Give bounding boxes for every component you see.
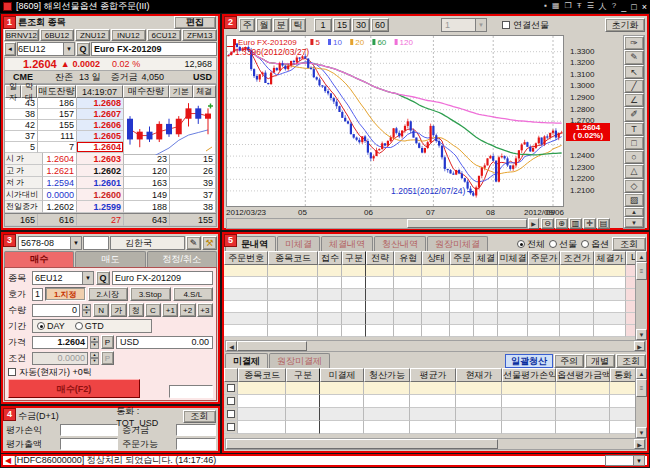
col-header-8[interactable]: 통화 — [610, 368, 636, 382]
qty-btn-가[interactable]: 가 — [110, 303, 126, 317]
chart-scrollbar[interactable] — [226, 218, 528, 229]
titlebar-icon-2[interactable]: ❒ — [565, 1, 572, 12]
order-symbol-combo[interactable]: 6EU12 ▼ — [32, 271, 94, 285]
draw-tool-4[interactable]: ∠ — [624, 93, 644, 107]
ask-price[interactable]: 1.2608 — [77, 98, 124, 109]
minute-1[interactable]: 1 — [314, 18, 332, 32]
tab-fills[interactable]: 체결 — [193, 85, 217, 98]
chart-icon-2[interactable]: ▥ — [569, 218, 582, 229]
chart-icon-3[interactable]: ✛ — [583, 218, 596, 229]
chevron-down-icon[interactable]: ▼ — [82, 272, 93, 284]
chart-icon-1[interactable]: ⊕ — [555, 218, 568, 229]
restore-button[interactable]: □ — [631, 2, 636, 12]
col-header-2[interactable]: 접수 — [318, 251, 342, 265]
table-vscroll[interactable]: ▲≡▼ — [635, 368, 647, 438]
qty-btn-N[interactable]: N — [93, 303, 109, 317]
col-header-4[interactable]: 평균가 — [410, 368, 456, 382]
col-header-10[interactable]: 주문가 — [528, 251, 560, 265]
account-combo[interactable]: 5678-08 ▼ — [18, 236, 82, 250]
account-password[interactable] — [83, 236, 109, 250]
price-p-button[interactable]: P — [101, 335, 114, 349]
pos-btn-일괄청산[interactable]: 일괄청산 — [505, 354, 553, 368]
col-header-1[interactable]: 구분 — [286, 368, 320, 382]
quick-symbol-INU12[interactable]: INU12 — [111, 29, 146, 41]
col-header-7[interactable]: 옵션평가금액 — [556, 368, 610, 382]
titlebar-icon-5[interactable]: 人 — [599, 1, 607, 12]
chevron-down-icon[interactable]: ▼ — [63, 43, 74, 55]
pos-btn-조회[interactable]: 조회 — [616, 354, 646, 368]
ladder-current-price[interactable]: 1.2604 — [77, 142, 124, 153]
row-checkbox[interactable] — [227, 410, 235, 418]
draw-tool-3[interactable]: ╱ — [624, 79, 644, 93]
period-틱[interactable]: 틱 — [290, 18, 306, 32]
orders-tab-미체결[interactable]: 미체결 — [277, 236, 320, 251]
titlebar-icon-4[interactable]: ☰ — [587, 1, 594, 12]
settings-icon[interactable]: ⚒ — [202, 236, 217, 250]
col-header-0[interactable]: 주문번호 — [224, 251, 268, 265]
collapse-icon[interactable]: ◄ — [4, 42, 16, 56]
buy-order-button[interactable]: 매수(F2) — [8, 379, 140, 398]
chart-icon-0[interactable]: ⊖ — [541, 218, 554, 229]
minute-60[interactable]: 60 — [371, 18, 389, 32]
col-header-1[interactable]: 종목코드 — [268, 251, 318, 265]
edit-button[interactable]: 편집 — [174, 16, 216, 29]
ask-price[interactable]: 1.2607 — [77, 109, 124, 120]
auto-price-checkbox[interactable]: 자동(현재가) +0틱 — [8, 366, 92, 379]
position-table-hscroll[interactable]: ▶ — [225, 438, 646, 450]
period-DAY[interactable]: DAY — [37, 321, 65, 331]
hoga-4.S/L[interactable]: 4.S/L — [173, 287, 214, 301]
draw-tool-8[interactable]: ○ — [624, 150, 644, 164]
bid-price[interactable]: 1.2602 — [77, 165, 124, 177]
qty-btn-청[interactable]: 청 — [128, 303, 144, 317]
ladder-col-date[interactable]: 일자 — [5, 85, 21, 98]
minimize-button[interactable]: _ — [621, 2, 626, 12]
quick-symbol-6CU12[interactable]: 6CU12 — [147, 29, 182, 41]
bid-price[interactable]: 1.2599 — [77, 201, 124, 213]
draw-tool-7[interactable]: □ — [624, 136, 644, 150]
orders-tab-체결내역[interactable]: 체결내역 — [321, 236, 373, 251]
tab-basic[interactable]: 기본 — [169, 85, 193, 98]
row-checkbox[interactable] — [227, 384, 235, 392]
eraser-icon[interactable]: ✎ — [186, 236, 201, 250]
col-header-3[interactable]: 청산가능 — [364, 368, 410, 382]
orders-tab-청산내역[interactable]: 청산내역 — [374, 236, 426, 251]
ask-price[interactable]: 1.2606 — [77, 120, 124, 131]
filter-옵션[interactable]: 옵션 — [581, 239, 609, 249]
quick-symbol-ZFM13[interactable]: ZFM13 — [182, 29, 217, 41]
tools-up-icon[interactable]: ▲ — [624, 207, 644, 217]
balance-query-button[interactable]: 조회 — [183, 410, 216, 423]
qty-btn-+3[interactable]: +3 — [197, 303, 213, 317]
titlebar-icon-1[interactable]: ▦ — [552, 1, 560, 12]
quick-symbol-BRNV12[interactable]: BRNV12 — [4, 29, 39, 41]
row-checkbox[interactable] — [227, 423, 235, 431]
titlebar-icon-0[interactable]: ▪ — [544, 1, 547, 12]
col-header-2[interactable]: 미결제 — [320, 368, 364, 382]
qty-btn-+1[interactable]: +1 — [162, 303, 178, 317]
close-button[interactable]: × — [642, 2, 647, 12]
draw-tool-11[interactable]: ▨ — [624, 193, 644, 207]
minute-15[interactable]: 15 — [333, 18, 351, 32]
qty-btn-+2[interactable]: +2 — [179, 303, 195, 317]
pos-btn-개별[interactable]: 개별 — [585, 354, 615, 368]
order-tab-매수[interactable]: 매수 — [4, 251, 74, 267]
col-header-4[interactable]: 전략 — [366, 251, 394, 265]
interval-combo[interactable]: 1 ▼ — [441, 18, 487, 32]
orders-query-button[interactable]: 조회 — [612, 237, 646, 251]
draw-tool-5[interactable]: ✐ — [624, 107, 644, 121]
price-stepper[interactable]: ▲▼ — [90, 336, 99, 349]
row-checkbox[interactable] — [227, 397, 235, 405]
reset-button[interactable]: 초기화 — [605, 18, 645, 32]
scroll-right-icon[interactable]: ▶ — [528, 218, 539, 229]
col-header-9[interactable]: 미체결 — [498, 251, 528, 265]
symbol-combo[interactable]: 6EU12 ▼ — [17, 42, 75, 56]
linked-futures-checkbox[interactable]: 연결선물 — [502, 19, 549, 32]
bid-price[interactable]: 1.2603 — [77, 153, 124, 165]
tools-down-icon[interactable]: ▼ — [624, 217, 644, 227]
ask-price[interactable]: 1.2605 — [77, 131, 124, 142]
filter-선물[interactable]: 선물 — [549, 239, 577, 249]
col-header-0[interactable]: 종목코드 — [238, 368, 286, 382]
qty-btn-C[interactable]: C — [145, 303, 161, 317]
period-GTD[interactable]: GTD — [75, 321, 104, 331]
qty-input[interactable]: 0 — [32, 304, 80, 317]
ladder-col-bar[interactable]: 막대 — [21, 85, 37, 98]
